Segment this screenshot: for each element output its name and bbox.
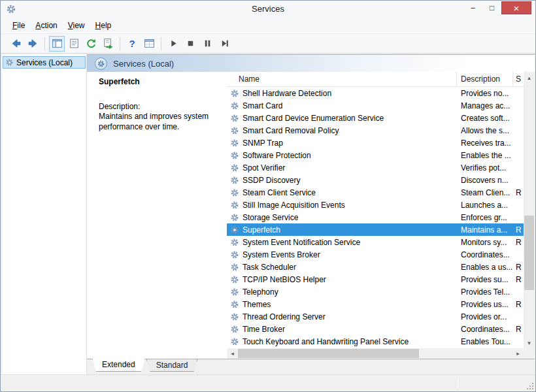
back-button[interactable] — [8, 36, 24, 52]
services-gear-icon — [95, 57, 107, 70]
toolbar: ? — [1, 34, 535, 54]
start-service-button[interactable] — [165, 36, 181, 52]
gear-icon — [230, 263, 239, 272]
service-row[interactable]: Telephony Provides Tel... — [227, 286, 524, 298]
forward-button[interactable] — [25, 36, 41, 52]
service-name: SNMP Trap — [243, 139, 283, 148]
gear-icon — [230, 250, 239, 259]
gear-icon — [5, 58, 14, 67]
service-name: Software Protection — [243, 151, 311, 160]
service-description: Creates soft... — [457, 114, 513, 123]
main-panel: Services (Local) Superfetch Description:… — [87, 54, 535, 374]
scrollbar-corner — [524, 348, 535, 359]
gear-icon — [230, 312, 239, 321]
menu-help[interactable]: Help — [90, 19, 117, 32]
service-name: Smart Card Removal Policy — [243, 126, 339, 135]
tree-item-services-local[interactable]: Services (Local) — [3, 56, 86, 69]
column-header-description[interactable]: Description — [457, 72, 513, 86]
service-row[interactable]: Smart Card Removal Policy Allows the s..… — [227, 124, 524, 137]
horizontal-scroll-thumb[interactable] — [238, 349, 419, 358]
service-name: Spot Verifier — [243, 163, 285, 172]
refresh-icon — [86, 38, 97, 49]
gear-icon — [230, 101, 239, 110]
service-row[interactable]: Time Broker Coordinates... R — [227, 323, 524, 335]
properties-button[interactable] — [66, 36, 82, 52]
stop-service-button[interactable] — [182, 36, 198, 52]
service-row[interactable]: Touch Keyboard and Handwriting Panel Ser… — [227, 335, 524, 348]
column-header-status[interactable]: S — [513, 72, 524, 86]
pause-icon — [202, 38, 213, 49]
service-row[interactable]: Spot Verifier Verifies pot... — [227, 161, 524, 174]
service-description: Monitors sy... — [457, 238, 513, 247]
toolbar-separator — [161, 37, 161, 50]
services-window: Services – □ × File Action View Help — [0, 0, 536, 392]
pause-service-button[interactable] — [199, 36, 215, 52]
service-row[interactable]: Themes Provides us... R — [227, 298, 524, 310]
scroll-left-icon[interactable]: ◂ — [227, 348, 238, 359]
scroll-down-icon[interactable]: ▾ — [524, 337, 535, 348]
toolbar-separator — [44, 37, 45, 50]
export-list-icon — [103, 38, 114, 49]
menu-action[interactable]: Action — [30, 19, 62, 32]
service-status: R — [513, 325, 524, 334]
service-row[interactable]: Shell Hardware Detection Provides no... — [227, 87, 524, 99]
gear-icon — [230, 225, 239, 235]
service-description: Maintains a... — [457, 225, 513, 235]
console-tree-icon — [52, 38, 63, 49]
close-button[interactable]: × — [501, 1, 531, 14]
window-title: Services — [1, 4, 535, 14]
service-row[interactable]: SNMP Trap Receives tra... — [227, 137, 524, 149]
service-name: Task Scheduler — [243, 263, 296, 272]
gear-icon — [230, 238, 239, 247]
restart-service-button[interactable] — [216, 36, 232, 52]
service-name: Thread Ordering Server — [243, 312, 326, 321]
gear-icon — [230, 325, 239, 334]
service-row[interactable]: SSDP Discovery Discovers n... — [227, 174, 524, 186]
service-row[interactable]: Still Image Acquisition Events Launches … — [227, 199, 524, 211]
service-row[interactable]: Storage Service Enforces gr... — [227, 211, 524, 223]
view-button[interactable] — [141, 36, 157, 52]
vertical-scrollbar[interactable]: ▴ ▾ — [524, 72, 535, 348]
service-status: R — [513, 275, 524, 284]
menu-file[interactable]: File — [7, 19, 30, 32]
service-description: Provides su... — [457, 275, 513, 284]
service-row[interactable]: Thread Ordering Server Provides or... — [227, 310, 524, 323]
service-row[interactable]: System Events Broker Coordinates... — [227, 248, 524, 261]
menu-view[interactable]: View — [63, 19, 90, 32]
gear-icon — [230, 176, 239, 185]
titlebar[interactable]: Services – □ × — [1, 1, 535, 18]
service-status: R — [513, 188, 524, 197]
service-description: Enables Tou... — [457, 337, 513, 346]
properties-icon — [69, 38, 80, 49]
minimize-button[interactable]: – — [463, 1, 482, 14]
scroll-right-icon[interactable]: ▸ — [512, 348, 524, 359]
service-row[interactable]: System Event Notification Service Monito… — [227, 236, 524, 248]
column-header-name[interactable]: Name ˆ — [227, 72, 457, 86]
service-description: Coordinates... — [457, 325, 513, 334]
resize-grip[interactable] — [525, 381, 534, 390]
service-status: R — [513, 300, 524, 309]
vertical-scroll-thumb[interactable] — [524, 216, 534, 290]
service-row[interactable]: Task Scheduler Enables a us... R — [227, 261, 524, 273]
show-hide-console-tree-button[interactable] — [49, 36, 65, 52]
service-description: Launches a... — [457, 201, 513, 210]
tab-standard[interactable]: Standard — [146, 359, 198, 372]
service-row[interactable]: Superfetch Maintains a... R — [227, 223, 524, 236]
service-row[interactable]: Smart Card Manages ac... — [227, 99, 524, 112]
service-row[interactable]: Steam Client Service Steam Clien... R — [227, 186, 524, 199]
view-tabs: Extended Standard — [87, 359, 535, 374]
service-row[interactable]: Software Protection Enables the ... — [227, 149, 524, 161]
help-button[interactable]: ? — [124, 36, 140, 52]
maximize-button[interactable]: □ — [482, 1, 501, 14]
service-row[interactable]: Smart Card Device Enumeration Service Cr… — [227, 112, 524, 124]
snapin-header: Services (Local) — [87, 54, 535, 72]
scroll-up-icon[interactable]: ▴ — [524, 72, 535, 83]
refresh-button[interactable] — [83, 36, 99, 52]
service-name: Superfetch — [243, 225, 280, 235]
tab-extended[interactable]: Extended — [92, 359, 145, 372]
export-list-button[interactable] — [100, 36, 116, 52]
horizontal-scrollbar[interactable]: ◂ ▸ — [227, 348, 524, 359]
service-row[interactable]: TCP/IP NetBIOS Helper Provides su... R — [227, 273, 524, 286]
service-description: Receives tra... — [457, 139, 513, 148]
service-name: Storage Service — [243, 213, 298, 222]
